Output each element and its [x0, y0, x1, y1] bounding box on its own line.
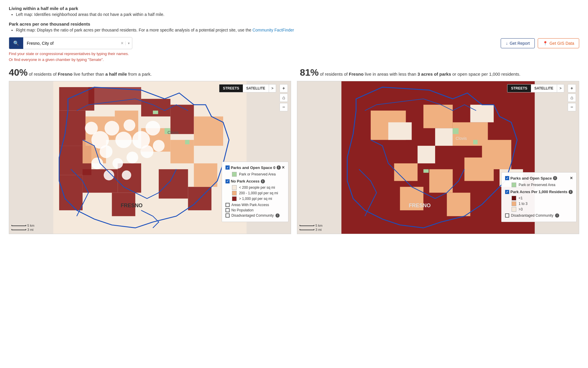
search-box: 🔍 × ▾: [9, 37, 132, 49]
right-parks-open-space-checkbox[interactable]: ✓: [505, 176, 509, 180]
search-clear-button[interactable]: ×: [119, 41, 125, 46]
svg-text:FRESNO: FRESNO: [409, 203, 431, 208]
get-report-button[interactable]: ↓ Get Report: [501, 38, 534, 48]
left-legend-title: Parks and Open Space 0: [231, 165, 275, 170]
left-parks-info-icon[interactable]: i: [277, 165, 281, 170]
left-scale-ruler-mi: [11, 229, 26, 230]
left-scale-bar: 5 km 3 mi: [11, 224, 34, 231]
no-park-access-info-icon[interactable]: i: [261, 179, 265, 183]
svg-rect-57: [423, 169, 429, 173]
svg-point-26: [146, 121, 160, 135]
disadvantaged-community-checkbox-left[interactable]: [225, 213, 230, 218]
maps-container: Clovis FRESNO STREETS SATELLITE >: [9, 81, 579, 234]
right-park-preserved-row: Park or Preserved Area: [505, 183, 573, 187]
disadvantaged-community-checkbox-right[interactable]: [505, 213, 509, 218]
left-stat-city: Fresno: [58, 72, 73, 77]
left-zoom-in-button[interactable]: +: [280, 84, 288, 92]
left-park-preserved-row: Park or Preserved Area: [225, 172, 285, 177]
svg-point-27: [141, 145, 153, 158]
left-streets-button[interactable]: STREETS: [219, 84, 243, 92]
areas-park-access-checkbox[interactable]: [225, 203, 230, 207]
no-population-checkbox[interactable]: [225, 208, 230, 212]
park-acres-row: ✓ Park Acres Per 1,000 Residents i: [505, 190, 573, 194]
no-park-access-checkbox[interactable]: ✓: [225, 179, 230, 183]
right-scale-ruler-mi: [300, 229, 314, 230]
left-map-type-chevron[interactable]: >: [269, 84, 276, 92]
get-gis-data-button[interactable]: 📍 Get GIS Data: [538, 38, 579, 48]
label-mid: 200 - 1,000 ppl per sq mi: [239, 191, 278, 195]
svg-rect-46: [394, 163, 418, 181]
svg-point-21: [105, 121, 119, 135]
right-map[interactable]: Clovis FRESNO STREETS SATELLITE > +: [297, 81, 579, 234]
left-legend-item-2: > 1,000 ppl per sq mi: [225, 196, 285, 201]
svg-text:Clovis: Clovis: [168, 130, 179, 135]
svg-rect-56: [473, 140, 478, 144]
svg-point-22: [115, 132, 132, 148]
left-zoom-out-button[interactable]: −: [280, 103, 288, 111]
parks-open-space-checkbox[interactable]: ✓: [225, 165, 230, 170]
right-legend-item-1: 1 to 3: [505, 201, 573, 206]
acres-bullet: Right map: Displays the ratio of park ac…: [16, 28, 579, 32]
right-map-legend: ✓ Parks and Open Space i × Park or Prese…: [501, 172, 577, 222]
disadvantaged-info-icon-right[interactable]: i: [555, 213, 559, 218]
svg-point-29: [112, 158, 123, 169]
svg-text:Clovis: Clovis: [456, 136, 467, 141]
right-map-type-chevron[interactable]: >: [557, 84, 564, 92]
right-swatch-light: [512, 207, 516, 212]
left-map-panel: Clovis FRESNO STREETS SATELLITE >: [9, 81, 291, 234]
location-icon: 📍: [543, 41, 548, 46]
svg-point-28: [126, 152, 138, 163]
right-legend-item-2: >3: [505, 207, 573, 212]
svg-text:FRESNO: FRESNO: [121, 203, 143, 208]
svg-point-24: [123, 120, 135, 131]
left-map[interactable]: Clovis FRESNO STREETS SATELLITE >: [9, 81, 291, 234]
svg-point-31: [91, 158, 103, 169]
left-satellite-button[interactable]: SATELLITE: [243, 84, 269, 92]
right-legend-item-0: <1: [505, 196, 573, 200]
right-park-preserved-swatch: [512, 183, 516, 187]
right-map-type-switcher: STREETS SATELLITE >: [507, 84, 564, 92]
right-legend-close[interactable]: ×: [570, 175, 573, 181]
no-park-access-row: ✓ No Park Access i: [225, 179, 285, 183]
left-legend-item-1: 200 - 1,000 ppl per sq mi: [225, 191, 285, 195]
right-stat: 81% of residents of Fresno live in areas…: [300, 67, 579, 78]
right-map-panel: Clovis FRESNO STREETS SATELLITE > +: [297, 81, 579, 234]
left-legend-close[interactable]: ×: [282, 165, 285, 170]
label-high: > 1,000 ppl per sq mi: [239, 197, 272, 201]
svg-rect-36: [185, 140, 190, 144]
no-park-access-label: No Park Access: [231, 179, 260, 183]
left-legend-title-row: ✓ Parks and Open Space 0 i ×: [225, 165, 285, 170]
disadvantaged-community-label-right: Disadvantaged Community: [511, 213, 553, 218]
left-home-button[interactable]: ⌂: [280, 94, 288, 102]
search-dropdown-button[interactable]: ▾: [125, 41, 132, 45]
right-label-lt1: <1: [519, 196, 523, 200]
right-swatch-mid: [512, 201, 516, 206]
right-scale-ruler-km: [300, 225, 314, 226]
right-park-preserved-label: Park or Preserved Area: [519, 183, 555, 187]
page-container: Living within a half mile of a park Left…: [0, 0, 588, 240]
left-scale-ruler-km: [11, 225, 26, 226]
right-streets-button[interactable]: STREETS: [507, 84, 531, 92]
label-low: < 200 people per sq mi: [239, 185, 275, 190]
park-acres-checkbox[interactable]: ✓: [505, 190, 509, 194]
right-label-gt3: >3: [519, 207, 523, 211]
park-acres-info-icon[interactable]: i: [569, 190, 573, 194]
search-input[interactable]: [23, 39, 119, 48]
svg-point-32: [104, 170, 114, 180]
search-button[interactable]: 🔍: [9, 37, 23, 49]
half-mile-bullet: Left map: Identifies neighborhood areas …: [16, 12, 579, 17]
right-home-button[interactable]: ⌂: [568, 94, 576, 102]
svg-rect-53: [417, 146, 435, 163]
left-stat-pct: 40%: [9, 67, 28, 78]
right-zoom-out-button[interactable]: −: [568, 103, 576, 111]
community-factfinder-link[interactable]: Community FactFinder: [253, 28, 294, 32]
no-population-label: No Population: [231, 208, 253, 212]
park-preserved-swatch: [232, 172, 237, 177]
right-scale-km-label: 5 km: [315, 224, 323, 227]
svg-rect-47: [482, 140, 511, 169]
right-satellite-button[interactable]: SATELLITE: [531, 84, 557, 92]
right-zoom-in-button[interactable]: +: [568, 84, 576, 92]
left-scale-km-label: 5 km: [27, 224, 34, 227]
disadvantaged-info-icon-left[interactable]: i: [275, 213, 280, 218]
right-parks-info-icon[interactable]: i: [553, 176, 557, 180]
